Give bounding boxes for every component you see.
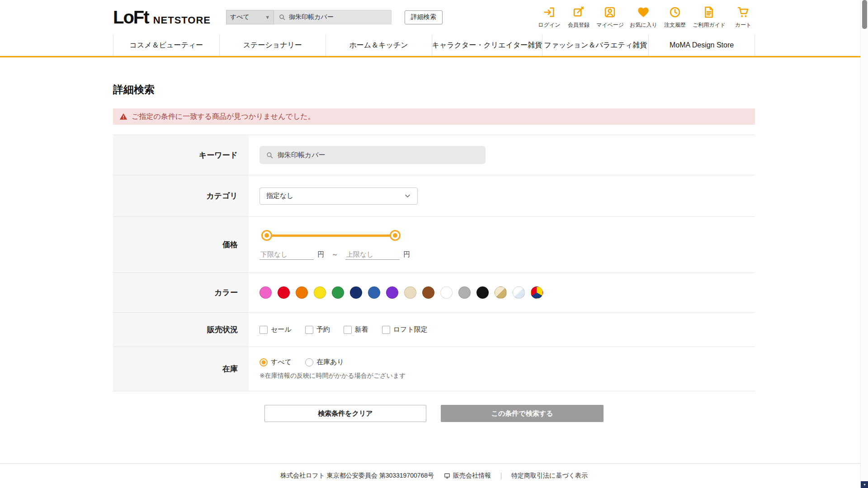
checkbox-reservation-label: 予約 (316, 325, 330, 334)
heart-icon (637, 6, 650, 20)
price-slider-handle-max[interactable] (390, 230, 401, 241)
mypage-label: マイページ (596, 21, 624, 29)
price-slider-handle-min[interactable] (261, 230, 272, 241)
header-search-input[interactable] (289, 14, 387, 21)
keyword-input-box[interactable] (259, 146, 486, 164)
favorites-button[interactable]: お気に入り (630, 6, 657, 29)
price-min-input[interactable] (259, 249, 314, 260)
nav-home-kitchen[interactable]: ホーム＆キッチン (326, 34, 432, 56)
price-slider-track[interactable] (263, 235, 399, 237)
category-select[interactable]: 指定なし (259, 188, 418, 205)
login-label: ログイン (538, 21, 560, 29)
form-row-price: 価格 円 ～ 円 (113, 216, 755, 272)
color-swatch-yellow[interactable] (314, 286, 326, 299)
seller-info-link[interactable]: 販売会社情報 (444, 472, 491, 480)
radio-in-stock-label: 在庫あり (316, 358, 344, 366)
storefront-icon (444, 473, 450, 479)
checkbox-sale[interactable]: セール (259, 325, 292, 334)
cart-icon (737, 6, 750, 20)
clear-conditions-button[interactable]: 検索条件をクリア (264, 405, 426, 422)
checkbox-box[interactable] (305, 326, 313, 334)
checkbox-box[interactable] (344, 326, 352, 334)
checkbox-reservation[interactable]: 予約 (305, 325, 330, 334)
checkbox-box[interactable] (382, 326, 390, 334)
user-menu: ログイン 会員登録 マイページ (538, 6, 755, 29)
sales-status-label: 販売状況 (113, 313, 249, 347)
search-submit-button[interactable]: この条件で検索する (441, 405, 604, 422)
form-row-stock: 在庫 すべて 在庫あり ※在庫情報の反映に時間がかかる場合がございます (113, 347, 755, 391)
color-swatch-orange[interactable] (296, 286, 308, 299)
color-swatch-pink[interactable] (259, 286, 272, 299)
radio-button-checked[interactable] (259, 358, 268, 366)
no-results-alert: ご指定の条件に一致する商品が見つかりませんでした。 (113, 108, 755, 125)
search-category-select[interactable]: すべて ▼ (226, 10, 274, 24)
color-swatch-white[interactable] (440, 286, 453, 299)
chevron-down-icon (404, 192, 411, 199)
color-swatch-red[interactable] (278, 286, 290, 299)
sales-status-options: セール 予約 新着 ロフト限定 (259, 325, 428, 334)
keyword-label: キーワード (113, 135, 249, 175)
price-max-input[interactable] (345, 249, 400, 260)
checkbox-new[interactable]: 新着 (344, 325, 368, 334)
scrollbar-down-button[interactable]: ▼ (861, 481, 868, 488)
seller-info-label: 販売会社情報 (453, 472, 491, 480)
color-swatch-beige[interactable] (404, 286, 416, 299)
register-button[interactable]: 会員登録 (567, 6, 590, 29)
search-icon (266, 151, 274, 159)
nav-moma-design-store[interactable]: MoMA Design Store (648, 34, 755, 56)
nav-character-creator[interactable]: キャラクター・クリエイター雑貨 (432, 34, 542, 56)
color-swatch-blue[interactable] (368, 286, 380, 299)
price-range-slider[interactable] (263, 230, 399, 241)
radio-all[interactable]: すべて (259, 358, 292, 366)
form-row-sales-status: 販売状況 セール 予約 新着 (113, 312, 755, 347)
register-label: 会員登録 (568, 21, 590, 29)
order-history-label: 注文履歴 (664, 21, 686, 29)
nav-fashion-variety[interactable]: ファッション＆バラエティ雑貨 (542, 34, 648, 56)
color-swatch-multicolor[interactable] (531, 286, 543, 299)
login-button[interactable]: ログイン (538, 6, 561, 29)
header-search-box[interactable] (274, 10, 392, 24)
radio-all-label: すべて (271, 358, 292, 366)
radio-button[interactable] (305, 358, 313, 366)
form-actions: 検索条件をクリア この条件で検索する (113, 405, 755, 422)
chevron-down-icon: ▼ (265, 14, 270, 20)
radio-in-stock[interactable]: 在庫あり (305, 358, 344, 366)
color-label: カラー (113, 273, 249, 312)
price-unit-label: 円 (403, 250, 410, 259)
page-title: 詳細検索 (113, 83, 755, 97)
price-unit-label: 円 (317, 250, 324, 259)
loft-logo[interactable]: LoFt NETSTORE (113, 7, 211, 28)
color-swatch-green[interactable] (332, 286, 344, 299)
checkbox-sale-label: セール (271, 325, 292, 334)
stock-note: ※在庫情報の反映に時間がかかる場合がございます (259, 372, 406, 380)
cart-button[interactable]: カート (731, 6, 755, 29)
alert-message: ご指定の条件に一致する商品が見つかりませんでした。 (132, 112, 315, 122)
commerce-law-label: 特定商取引法に基づく表示 (511, 472, 588, 480)
color-swatch-brown[interactable] (422, 286, 434, 299)
stock-options: すべて 在庫あり (259, 358, 344, 366)
detail-search-button[interactable]: 詳細検索 (405, 10, 443, 24)
checkbox-loft-limited[interactable]: ロフト限定 (382, 325, 428, 334)
scrollbar-thumb[interactable] (862, 0, 867, 29)
scrollbar[interactable]: ▼ (860, 0, 868, 488)
color-swatch-gold[interactable] (495, 286, 507, 299)
color-swatch-black[interactable] (476, 286, 489, 299)
mypage-button[interactable]: マイページ (596, 6, 624, 29)
stock-label: 在庫 (113, 347, 249, 391)
guide-button[interactable]: ご利用ガイド (693, 6, 726, 29)
nav-stationery[interactable]: ステーショナリー (219, 34, 326, 56)
color-swatch-navy[interactable] (350, 286, 362, 299)
form-row-category: カテゴリ 指定なし (113, 175, 755, 216)
category-select-value: 指定なし (266, 192, 294, 200)
color-swatch-gray[interactable] (458, 286, 471, 299)
order-history-button[interactable]: 注文履歴 (663, 6, 687, 29)
header: LoFt NETSTORE すべて ▼ 詳細検索 (0, 0, 868, 34)
nav-cosme-beauty[interactable]: コスメ＆ビューティー (113, 34, 219, 56)
color-swatch-purple[interactable] (386, 286, 398, 299)
checkbox-box[interactable] (259, 326, 268, 334)
commerce-law-link[interactable]: 特定商取引法に基づく表示 (511, 472, 588, 480)
color-swatch-clear[interactable] (513, 286, 525, 299)
category-nav: コスメ＆ビューティー ステーショナリー ホーム＆キッチン キャラクター・クリエイ… (0, 34, 868, 57)
keyword-input[interactable] (278, 151, 479, 159)
cart-label: カート (735, 21, 752, 29)
